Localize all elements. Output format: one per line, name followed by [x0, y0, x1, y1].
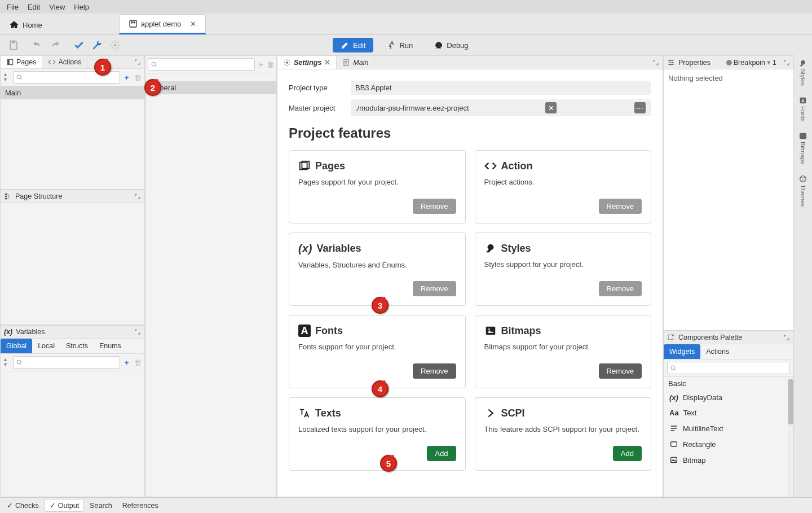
- var-tab-structs[interactable]: Structs: [60, 339, 94, 353]
- check-icon[interactable]: [73, 40, 85, 51]
- palette-item-bitmap[interactable]: Bitmap: [664, 452, 788, 468]
- redo-icon[interactable]: [50, 40, 61, 51]
- svg-point-7: [438, 43, 440, 47]
- menu-file[interactable]: File: [2, 2, 23, 12]
- breakpoints-tab[interactable]: Breakpoin ▾ 1: [726, 58, 776, 67]
- svg-point-21: [670, 64, 671, 65]
- palette-add-icon: [667, 334, 675, 341]
- palette-item-multiline[interactable]: MultilineText: [664, 420, 788, 436]
- feature-desc: Localized texts support for your project…: [298, 425, 456, 433]
- delete-variable-button[interactable]: 🗑: [133, 358, 142, 367]
- check-icon: ✓: [7, 501, 13, 510]
- menu-edit[interactable]: Edit: [23, 2, 45, 12]
- dock-themes[interactable]: Themes: [798, 174, 807, 207]
- annotation-badge-2: 2: [144, 79, 161, 96]
- add-setting-button[interactable]: +: [257, 60, 264, 69]
- var-tab-enums[interactable]: Enums: [94, 339, 127, 353]
- dock-fonts[interactable]: AFonts: [798, 96, 807, 122]
- maximize-icon[interactable]: [783, 334, 790, 341]
- editor-tabs: Settings ✕ Main: [277, 56, 663, 69]
- left-tab-pages[interactable]: Pages: [1, 56, 42, 68]
- tree-icon: [4, 192, 12, 200]
- dock-styles[interactable]: Styles: [798, 59, 807, 86]
- remove-button[interactable]: Remove: [599, 363, 642, 379]
- delete-page-button[interactable]: 🗑: [133, 73, 142, 82]
- remove-button[interactable]: Remove: [413, 281, 456, 296]
- feature-card-scpi: SCPI This feature adds SCPI support for …: [475, 397, 652, 471]
- menu-help[interactable]: Help: [69, 2, 94, 12]
- master-project-field[interactable]: ./modular-psu-firmware.eez-project ✕ ⋯: [351, 99, 651, 116]
- feature-card-pages: Pages Pages support for your project. Re…: [289, 150, 466, 223]
- palette-scrollbar[interactable]: [788, 377, 793, 497]
- add-button[interactable]: Add: [427, 446, 456, 461]
- remove-button[interactable]: Remove: [599, 281, 642, 296]
- left-tab-actions[interactable]: Actions: [42, 56, 87, 68]
- feature-desc: Project actions.: [484, 178, 642, 186]
- remove-button[interactable]: Remove: [413, 199, 456, 214]
- save-icon[interactable]: [8, 40, 19, 51]
- maximize-icon[interactable]: [134, 59, 141, 65]
- left-tab-actions-label: Actions: [58, 58, 81, 66]
- feature-desc: Pages support for your project.: [298, 178, 456, 186]
- maximize-icon[interactable]: [783, 59, 790, 66]
- editor-tab-main[interactable]: Main: [337, 56, 374, 69]
- svg-rect-10: [5, 194, 7, 195]
- feature-desc: Variables, Structures and Enums.: [298, 261, 456, 269]
- tab-home[interactable]: Home: [0, 15, 51, 34]
- mode-debug-label: Debug: [447, 41, 468, 50]
- tab-document[interactable]: applet demo ✕: [119, 14, 206, 34]
- var-tab-global[interactable]: Global: [1, 339, 32, 353]
- add-variable-button[interactable]: +: [122, 358, 131, 367]
- more-icon[interactable]: ⋯: [634, 102, 646, 113]
- menu-view[interactable]: View: [45, 2, 69, 12]
- mode-run-button[interactable]: Run: [379, 38, 421, 52]
- settings-search-input[interactable]: [148, 58, 255, 71]
- bottom-references[interactable]: References: [118, 500, 163, 511]
- breakpoint-dot-icon: [726, 60, 732, 65]
- bottom-search[interactable]: Search: [85, 500, 117, 511]
- editor-tab-settings[interactable]: Settings ✕: [277, 56, 337, 69]
- settings-item-general[interactable]: General: [145, 81, 276, 94]
- maximize-icon[interactable]: [134, 193, 141, 200]
- palette-search-input[interactable]: [667, 362, 790, 374]
- bottom-checks[interactable]: ✓Checks: [2, 499, 43, 511]
- mode-edit-button[interactable]: Edit: [333, 38, 373, 52]
- sort-updown-icon[interactable]: ▲▼: [3, 357, 11, 368]
- variables-search-input[interactable]: [13, 356, 120, 369]
- remove-button[interactable]: Remove: [599, 199, 642, 214]
- gear-icon[interactable]: [109, 40, 121, 51]
- project-type-field[interactable]: BB3 Applet: [351, 81, 651, 95]
- svg-point-30: [804, 177, 805, 178]
- palette-tab-widgets[interactable]: Widgets: [664, 344, 700, 359]
- pages-item-main[interactable]: Main: [1, 86, 144, 99]
- maximize-icon[interactable]: [134, 328, 141, 335]
- var-tab-local[interactable]: Local: [32, 339, 60, 353]
- wrench-icon[interactable]: [91, 40, 103, 51]
- add-button[interactable]: Add: [613, 446, 642, 461]
- bottom-output[interactable]: ✓Output: [45, 499, 85, 512]
- pencil-icon: [341, 41, 350, 50]
- feature-card-texts: Texts Localized texts support for your p…: [289, 397, 466, 471]
- palette-item-text[interactable]: AaText: [664, 405, 788, 420]
- close-icon[interactable]: ✕: [190, 20, 196, 28]
- clear-icon[interactable]: ✕: [545, 102, 557, 113]
- delete-setting-button[interactable]: 🗑: [267, 60, 274, 69]
- dock-bitmaps[interactable]: Bitmaps: [798, 131, 807, 164]
- mode-debug-button[interactable]: Debug: [426, 38, 476, 52]
- maximize-icon[interactable]: [652, 59, 659, 66]
- close-icon[interactable]: ✕: [324, 58, 330, 67]
- palette-item-rectangle[interactable]: Rectangle: [664, 436, 788, 452]
- palette-tab-actions[interactable]: Actions: [700, 344, 735, 359]
- variable-x-icon: (x): [669, 393, 678, 402]
- svg-point-31: [802, 179, 804, 181]
- tab-document-label: applet demo: [141, 20, 182, 28]
- sort-updown-icon[interactable]: ▲▼: [3, 72, 11, 83]
- remove-button[interactable]: Remove: [413, 363, 456, 379]
- feature-card-bitmaps: Bitmaps Bitmaps support for your project…: [475, 315, 652, 388]
- svg-rect-23: [671, 442, 677, 446]
- svg-point-28: [800, 176, 806, 182]
- undo-icon[interactable]: [32, 40, 43, 51]
- add-page-button[interactable]: +: [122, 73, 131, 82]
- annotation-badge-4: 4: [372, 380, 389, 397]
- palette-item-displaydata[interactable]: (x)DisplayData: [664, 390, 788, 405]
